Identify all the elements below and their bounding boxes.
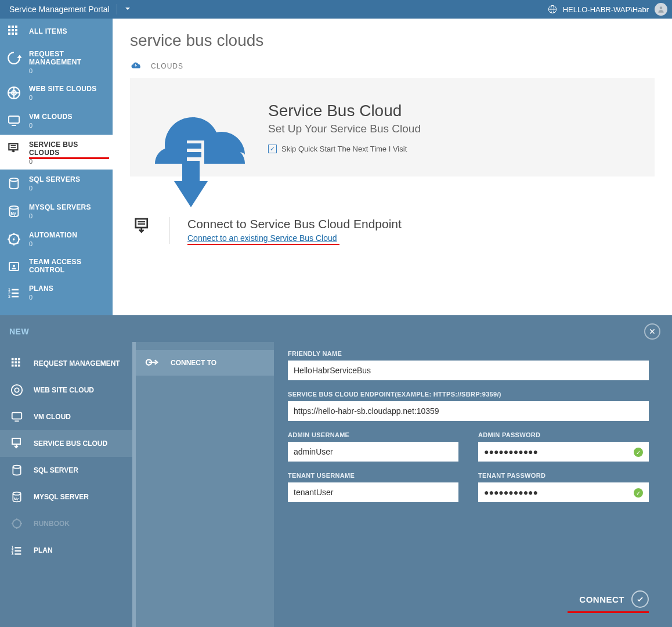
svg-point-23 bbox=[10, 206, 19, 210]
admin-pass-label: ADMIN PASSWORD bbox=[478, 431, 649, 438]
sidebar-item-sql-servers[interactable]: SQL SERVERS0 bbox=[0, 170, 113, 197]
drawer-item-plan[interactable]: 123 PLAN bbox=[0, 537, 132, 564]
sidebar-item-mysql-servers[interactable]: My MYSQL SERVERS0 bbox=[0, 197, 113, 225]
valid-check-icon: ✓ bbox=[634, 488, 643, 498]
valid-check-icon: ✓ bbox=[634, 448, 643, 457]
tabs-row: CLOUDS bbox=[130, 60, 655, 72]
svg-rect-37 bbox=[182, 161, 200, 184]
drawer-item-label: REQUEST MANAGEMENT bbox=[34, 359, 120, 367]
drawer-item-service-bus-cloud[interactable]: SERVICE BUS CLOUD bbox=[0, 430, 132, 457]
svg-point-3 bbox=[660, 6, 663, 9]
svg-rect-17 bbox=[9, 116, 19, 123]
header-bar: Service Management Portal HELLO-HABR-WAP… bbox=[0, 0, 672, 19]
admin-user-input[interactable] bbox=[288, 442, 458, 462]
svg-rect-8 bbox=[12, 29, 14, 31]
dropdown-icon[interactable] bbox=[124, 5, 131, 14]
connect-section: Connect to Service Bus Cloud Endpoint Co… bbox=[130, 217, 655, 244]
svg-text:My: My bbox=[14, 497, 19, 500]
sidebar-item-label: VM CLOUDS bbox=[29, 113, 73, 121]
svg-rect-12 bbox=[15, 33, 17, 35]
svg-rect-36 bbox=[181, 152, 201, 157]
sidebar-item-service-bus-clouds[interactable]: SERVICE BUS CLOUDS0 bbox=[0, 135, 113, 170]
svg-rect-5 bbox=[12, 26, 14, 28]
svg-rect-49 bbox=[18, 365, 20, 367]
service-bus-small-icon bbox=[133, 217, 152, 240]
svg-rect-48 bbox=[15, 365, 17, 367]
sidebar-item-vm-clouds[interactable]: VM CLOUDS0 bbox=[0, 107, 113, 135]
svg-point-58 bbox=[13, 520, 21, 528]
mysql-icon: My bbox=[9, 489, 24, 505]
sidebar-item-label: AUTOMATION bbox=[29, 231, 77, 239]
database-icon bbox=[9, 463, 24, 478]
friendly-name-label: FRIENDLY NAME bbox=[288, 350, 649, 357]
svg-rect-38 bbox=[136, 219, 147, 228]
skip-quickstart-checkbox[interactable]: ✓ Skip Quick Start The Next Time I Visit bbox=[268, 145, 421, 153]
sidebar-item-label: SQL SERVERS bbox=[29, 175, 80, 183]
tenant-user-input[interactable] bbox=[288, 482, 458, 502]
svg-rect-44 bbox=[12, 361, 14, 363]
sidebar-item-team-access[interactable]: TEAM ACCESS CONTROL bbox=[0, 253, 113, 279]
drawer-item-label: SQL SERVER bbox=[34, 466, 78, 474]
vertical-divider bbox=[169, 217, 170, 244]
svg-rect-54 bbox=[12, 438, 20, 444]
drawer-item-label: PLAN bbox=[34, 546, 53, 554]
service-bus-icon bbox=[6, 140, 22, 157]
sidebar-item-label: REQUEST MANAGEMENT bbox=[29, 50, 107, 66]
sidebar-item-web-site-clouds[interactable]: WEB SITE CLOUDS0 bbox=[0, 79, 113, 107]
svg-text:3: 3 bbox=[8, 294, 10, 298]
connect-underline bbox=[568, 611, 649, 613]
mysql-icon: My bbox=[6, 203, 22, 219]
drawer-item-vm-cloud[interactable]: VM CLOUD bbox=[0, 403, 132, 430]
connect-button-label: CONNECT bbox=[579, 594, 624, 604]
tenant-user-label: TENANT USERNAME bbox=[288, 472, 458, 479]
sidebar-item-label: WEB SITE CLOUDS bbox=[29, 85, 97, 93]
friendly-name-input[interactable] bbox=[288, 361, 649, 380]
drawer-item-request-management[interactable]: REQUEST MANAGEMENT bbox=[0, 350, 132, 377]
admin-pass-input[interactable] bbox=[478, 442, 649, 462]
drawer-item-label: RUNBOOK bbox=[34, 520, 70, 528]
endpoint-input[interactable] bbox=[288, 401, 649, 421]
tenant-pass-input[interactable] bbox=[478, 482, 649, 502]
cloud-download-icon bbox=[146, 94, 245, 193]
sidebar-item-request-management[interactable]: REQUEST MANAGEMENT0 bbox=[0, 44, 113, 79]
cloud-bolt-icon bbox=[130, 60, 143, 72]
svg-rect-35 bbox=[181, 143, 201, 149]
sidebar-item-all-items[interactable]: ALL ITEMS bbox=[0, 19, 113, 44]
hero-subtitle: Set Up Your Service Bus Cloud bbox=[268, 122, 421, 135]
svg-point-51 bbox=[15, 388, 19, 392]
close-button[interactable]: ✕ bbox=[644, 323, 660, 340]
service-bus-icon bbox=[9, 436, 24, 451]
connect-existing-link[interactable]: Connect to an existing Service Bus Cloud bbox=[187, 233, 337, 243]
header-user[interactable]: HELLO-HABR-WAP\Habr bbox=[548, 3, 667, 16]
sidebar-item-label: SERVICE BUS CLOUDS bbox=[29, 140, 107, 157]
sidebar-item-plans[interactable]: 123 PLANS0 bbox=[0, 279, 113, 307]
page-title: service bus clouds bbox=[130, 31, 655, 50]
drawer-item-label: MYSQL SERVER bbox=[34, 493, 89, 501]
gear-bolt-icon bbox=[6, 231, 22, 247]
sidebar-item-automation[interactable]: AUTOMATION0 bbox=[0, 225, 113, 253]
svg-rect-6 bbox=[15, 26, 17, 28]
svg-rect-11 bbox=[12, 33, 14, 35]
drawer-item-web-site-cloud[interactable]: WEB SITE CLOUD bbox=[0, 377, 132, 403]
tab-clouds[interactable]: CLOUDS bbox=[151, 62, 183, 70]
drawer-item-sql-server[interactable]: SQL SERVER bbox=[0, 457, 132, 484]
drawer-item-label: SERVICE BUS CLOUD bbox=[34, 439, 107, 448]
svg-rect-47 bbox=[12, 365, 14, 367]
connect-button[interactable]: CONNECT bbox=[579, 590, 649, 608]
header-divider bbox=[117, 4, 117, 15]
svg-text:3: 3 bbox=[12, 552, 14, 556]
svg-rect-10 bbox=[8, 33, 10, 35]
connect-icon bbox=[145, 356, 160, 370]
drawer-action-list: CONNECT TO bbox=[132, 342, 274, 627]
tenant-pass-label: TENANT PASSWORD bbox=[478, 472, 649, 479]
svg-rect-41 bbox=[12, 358, 14, 361]
connect-title: Connect to Service Bus Cloud Endpoint bbox=[187, 217, 402, 231]
drawer-item-mysql-server[interactable]: My MYSQL SERVER bbox=[0, 484, 132, 510]
svg-rect-46 bbox=[18, 361, 20, 363]
main-content: service bus clouds CLOUDS Service Bus Cl… bbox=[113, 19, 672, 315]
svg-rect-4 bbox=[8, 26, 10, 28]
drawer-action-connect-to[interactable]: CONNECT TO bbox=[132, 350, 274, 376]
checkbox-icon: ✓ bbox=[268, 145, 277, 153]
svg-rect-19 bbox=[9, 143, 17, 150]
monitor-icon bbox=[9, 409, 24, 424]
